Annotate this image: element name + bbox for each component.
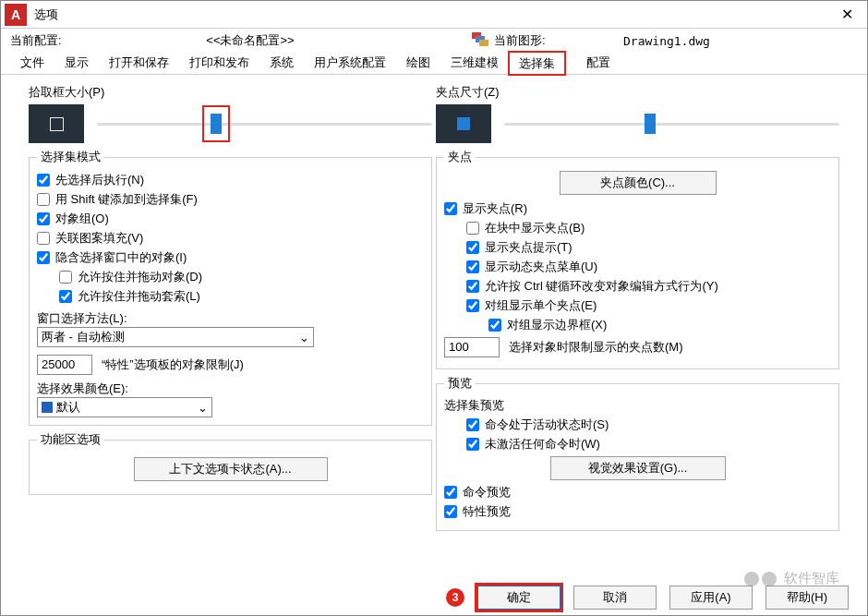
tab-open-save[interactable]: 打开和保存 bbox=[99, 51, 179, 74]
chk-group-bbox[interactable] bbox=[488, 319, 501, 332]
tab-system[interactable]: 系统 bbox=[259, 51, 304, 74]
selection-mode-group: 选择集模式 先选择后执行(N) 用 Shift 键添加到选择集(F) 对象组(O… bbox=[29, 149, 432, 426]
options-dialog: A 选项 ✕ 当前配置: <<未命名配置>> 当前图形: Drawing1.dw… bbox=[0, 0, 868, 616]
current-drawing-value: Drawing1.dwg bbox=[623, 34, 710, 48]
chk-ctrl-cycle[interactable] bbox=[466, 280, 479, 293]
close-button[interactable]: ✕ bbox=[826, 1, 867, 29]
pickbox-slider[interactable] bbox=[97, 115, 432, 132]
prop-limit-label: “特性”选项板的对象限制(J) bbox=[102, 356, 244, 373]
window-method-select[interactable]: 两者 - 自动检测 ⌄ bbox=[37, 327, 314, 347]
titlebar: A 选项 ✕ bbox=[1, 1, 867, 29]
tab-print-publish[interactable]: 打印和发布 bbox=[179, 51, 259, 74]
current-config-label: 当前配置: bbox=[10, 32, 84, 49]
app-icon: A bbox=[5, 4, 27, 26]
tab-user-prefs[interactable]: 用户系统配置 bbox=[304, 51, 396, 74]
chk-show-grips[interactable] bbox=[444, 202, 457, 215]
tab-draft[interactable]: 绘图 bbox=[396, 51, 440, 74]
chk-implied-window[interactable] bbox=[37, 251, 50, 264]
chk-shift-add[interactable] bbox=[37, 193, 50, 206]
chk-cmd-preview[interactable] bbox=[444, 486, 457, 499]
preview-legend: 预览 bbox=[444, 375, 476, 392]
tab-profile[interactable]: 配置 bbox=[576, 51, 621, 74]
grip-color-button[interactable]: 夹点颜色(C)... bbox=[560, 171, 717, 195]
chk-cmd-active[interactable] bbox=[466, 418, 479, 431]
selection-mode-legend: 选择集模式 bbox=[37, 149, 104, 165]
ribbon-legend: 功能区选项 bbox=[37, 431, 104, 448]
watermark: 软件智库 bbox=[744, 570, 839, 587]
chk-show-dyn-grip-menu[interactable] bbox=[466, 260, 479, 273]
gripsize-slider[interactable] bbox=[504, 115, 839, 132]
right-column: 夹点尺寸(Z) 夹点 夹点颜色(C)... 显示夹点(R) 在块中显示夹点(B)… bbox=[434, 79, 841, 574]
grip-obj-limit-input[interactable]: 100 bbox=[444, 337, 500, 357]
tab-strip: 文件 显示 打开和保存 打印和发布 系统 用户系统配置 绘图 三维建模 选择集 … bbox=[1, 53, 867, 75]
left-column: 拾取框大小(P) 选择集模式 先选择后执行(N) 用 Shift 键添加到选择集… bbox=[27, 79, 434, 574]
tab-file[interactable]: 文件 bbox=[10, 51, 54, 74]
sel-preview-label: 选择集预览 bbox=[444, 397, 831, 414]
chk-drag-obj[interactable] bbox=[59, 271, 72, 284]
grip-legend: 夹点 bbox=[444, 149, 476, 165]
help-button[interactable]: 帮助(H) bbox=[766, 586, 849, 610]
tab-select[interactable]: 选择集 bbox=[509, 52, 565, 75]
chk-drag-lasso[interactable] bbox=[59, 290, 72, 303]
pickbox-preview bbox=[29, 104, 84, 143]
current-drawing-label: 当前图形: bbox=[494, 32, 559, 49]
chevron-down-icon: ⌄ bbox=[198, 401, 208, 415]
config-row: 当前配置: <<未命名配置>> 当前图形: Drawing1.dwg bbox=[1, 29, 867, 53]
chk-assoc-hatch[interactable] bbox=[37, 232, 50, 245]
apply-button[interactable]: 应用(A) bbox=[669, 586, 753, 610]
badge-3: 3 bbox=[446, 588, 464, 607]
tab-content: 拾取框大小(P) 选择集模式 先选择后执行(N) 用 Shift 键添加到选择集… bbox=[1, 75, 867, 577]
chevron-down-icon: ⌄ bbox=[299, 331, 309, 344]
chk-show-grip-tips[interactable] bbox=[466, 241, 479, 254]
grip-obj-limit-label: 选择对象时限制显示的夹点数(M) bbox=[509, 339, 683, 356]
cancel-button[interactable]: 取消 bbox=[573, 586, 657, 610]
prop-limit-input[interactable]: 25000 bbox=[37, 355, 92, 375]
sel-effect-color-select[interactable]: 默认 ⌄ bbox=[37, 397, 212, 417]
visual-effect-button[interactable]: 视觉效果设置(G)... bbox=[550, 456, 726, 480]
window-title: 选项 bbox=[34, 6, 58, 23]
gripsize-label: 夹点尺寸(Z) bbox=[436, 84, 839, 101]
ribbon-group: 功能区选项 上下文选项卡状态(A)... bbox=[29, 431, 432, 495]
gripsize-preview bbox=[436, 104, 491, 143]
ok-button[interactable]: 确定 bbox=[477, 586, 561, 610]
tab-3d-model[interactable]: 三维建模 bbox=[440, 51, 509, 74]
ribbon-context-state-button[interactable]: 上下文选项卡状态(A)... bbox=[134, 457, 328, 481]
window-method-label: 窗口选择方法(L): bbox=[37, 310, 424, 327]
chk-obj-group[interactable] bbox=[37, 212, 50, 225]
color-swatch bbox=[42, 402, 53, 413]
pickbox-size-label: 拾取框大小(P) bbox=[29, 84, 432, 101]
dialog-buttons: 3 确定 取消 应用(A) 帮助(H) bbox=[446, 586, 849, 610]
chk-prop-preview[interactable] bbox=[444, 505, 457, 518]
preview-group: 预览 选择集预览 命令处于活动状态时(S) 未激活任何命令时(W) 视觉效果设置… bbox=[436, 375, 839, 531]
current-config-value: <<未命名配置>> bbox=[84, 32, 416, 49]
chk-show-grips-block[interactable] bbox=[466, 222, 479, 235]
drawing-icon bbox=[472, 32, 488, 49]
chk-cmd-none[interactable] bbox=[466, 438, 479, 451]
grip-group: 夹点 夹点颜色(C)... 显示夹点(R) 在块中显示夹点(B) 显示夹点提示(… bbox=[436, 149, 839, 369]
sel-effect-color-label: 选择效果颜色(E): bbox=[37, 380, 424, 397]
chk-pre-exec[interactable] bbox=[37, 174, 50, 187]
tab-display[interactable]: 显示 bbox=[54, 51, 99, 74]
chk-group-single-grip[interactable] bbox=[466, 299, 479, 312]
